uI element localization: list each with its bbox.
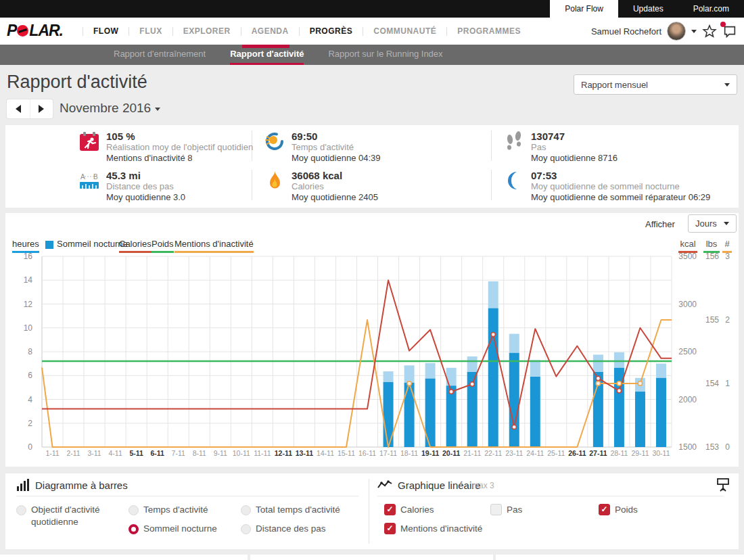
divider [491, 131, 492, 161]
right-axis-tick: 2 [725, 315, 730, 325]
x-axis-label: 22-11 [484, 449, 502, 457]
x-axis-label: 5-11 [129, 449, 143, 457]
sleep-bar-total[interactable] [614, 352, 624, 368]
data-point-marker[interactable] [470, 382, 474, 386]
checkbox-calories[interactable]: ✓ [384, 504, 396, 515]
user-menu-caret-icon[interactable] [691, 30, 697, 33]
checkbox-label-poids[interactable]: Poids [615, 504, 638, 516]
chevron-down-icon [724, 83, 730, 87]
report-type-select[interactable]: Rapport mensuel [574, 74, 737, 95]
data-point-marker[interactable] [596, 381, 600, 386]
user-name[interactable]: Samuel Rochefort [591, 26, 661, 37]
tab-rapport-entrainement[interactable]: Rapport d'entraînement [114, 45, 206, 65]
sleep-bar-total[interactable] [425, 363, 436, 379]
svg-text:A: A [80, 173, 85, 181]
radio-objectif-activite[interactable] [16, 505, 26, 515]
sleep-bar-restful[interactable] [635, 392, 645, 447]
nav-item-flux[interactable]: FLUX [129, 26, 172, 36]
bottom-section-segment [496, 555, 744, 560]
data-point-marker[interactable] [617, 381, 621, 386]
radio-label-total-temps[interactable]: Total temps d'activité [256, 504, 340, 516]
tab-rapport-running-index[interactable]: Rapport sur le Running Index [328, 45, 442, 65]
x-axis-label: 24-11 [526, 449, 544, 457]
tab-polar-flow[interactable]: Polar Flow [550, 0, 618, 18]
data-point-marker[interactable] [596, 376, 600, 380]
checkbox-label-calories[interactable]: Calories [400, 504, 434, 516]
sleep-bar-total[interactable] [530, 360, 540, 377]
nav-item-explorer[interactable]: EXPLORER [173, 26, 241, 36]
nav-item-agenda[interactable]: AGENDA [241, 26, 299, 36]
sleep-bar-restful[interactable] [656, 378, 666, 447]
nav-item-flow[interactable]: FLOW [83, 26, 129, 36]
nav-item-communaute[interactable]: COMMUNAUTÉ [363, 26, 446, 36]
data-point-marker[interactable] [407, 381, 411, 386]
tab-rapport-activite[interactable]: Rapport d'activité [230, 45, 304, 65]
sleep-bar-total[interactable] [593, 354, 603, 372]
export-chart-icon[interactable] [716, 477, 730, 495]
sleep-bar-total[interactable] [404, 365, 415, 383]
sleep-bar-total[interactable] [656, 364, 666, 378]
divider [491, 170, 492, 200]
data-point-marker[interactable] [491, 332, 495, 336]
radio-sommeil-nocturne[interactable] [129, 524, 139, 534]
x-axis-label: 28-11 [610, 449, 628, 457]
radio-label-temps[interactable]: Temps d'activité [143, 504, 208, 516]
polar-logo[interactable]: PLAR. [7, 22, 63, 40]
sleep-bar-total[interactable] [467, 356, 478, 372]
left-axis-tick: 2 [28, 419, 32, 428]
avatar[interactable] [667, 22, 686, 41]
sleep-bar-restful[interactable] [446, 386, 457, 447]
divider [369, 479, 369, 544]
x-axis-label: 16-11 [358, 449, 376, 457]
sleep-bar-total[interactable] [488, 281, 498, 308]
stat-value: 07:53 [531, 170, 710, 181]
sleep-bar-restful[interactable] [530, 377, 540, 447]
tab-updates[interactable]: Updates [618, 0, 678, 18]
checkbox-label-pas[interactable]: Pas [507, 504, 522, 516]
activity-chart-svg[interactable]: 0246810121416350030002500200015001561551… [5, 213, 739, 467]
sleep-bar-total[interactable] [509, 334, 519, 353]
checkbox-label-mentions[interactable]: Mentions d'inactivité [400, 523, 482, 535]
data-point-marker[interactable] [449, 390, 453, 394]
data-point-marker[interactable] [638, 381, 642, 386]
summary-stats-card: 105 % Réalisation moy de l'objectif quot… [5, 125, 739, 208]
checkbox-mentions[interactable]: ✓ [384, 523, 396, 534]
radio-label-sommeil[interactable]: Sommeil nocturne [143, 523, 217, 535]
nav-item-programmes[interactable]: PROGRAMMES [447, 26, 531, 36]
previous-month-button[interactable] [7, 99, 30, 118]
favorite-star-icon[interactable] [702, 24, 717, 39]
tab-polar-com[interactable]: Polar.com [678, 0, 744, 18]
radio-label-distance[interactable]: Distance des pas [256, 523, 326, 535]
svg-text:B: B [93, 173, 98, 181]
stat-sub: Moy quotidienne de sommeil réparateur 06… [531, 192, 710, 203]
next-month-button[interactable] [30, 99, 53, 118]
notifications-icon[interactable] [722, 24, 737, 39]
activity-chart-card: Afficher Jours heures Sommeil nocturne C… [5, 213, 739, 467]
left-axis-tick: 8 [28, 347, 32, 356]
right-axis-tick: 3 [725, 252, 730, 261]
x-axis-label: 4-11 [108, 449, 122, 457]
running-calendar-icon [78, 131, 100, 152]
bar-section-title: Diagramme à barres [35, 480, 128, 491]
left-axis-tick: 6 [28, 371, 32, 380]
stat-value: 130747 [531, 131, 618, 142]
nav-item-progres[interactable]: PROGRÈS [300, 26, 363, 36]
month-selector[interactable]: Novembre 2016 [60, 101, 160, 116]
radio-distance-pas[interactable] [241, 524, 251, 534]
checkbox-pas[interactable] [490, 504, 502, 515]
radio-label-objectif[interactable]: Objectif d'activité quotidienne [31, 504, 116, 528]
stat-label: Pas [531, 142, 618, 153]
sleep-bar-total[interactable] [383, 371, 394, 382]
chart-controls-card: Diagramme à barres Objectif d'activité q… [5, 473, 739, 549]
radio-temps-activite[interactable] [129, 505, 139, 515]
data-point-marker[interactable] [512, 425, 516, 429]
sleep-bar-restful[interactable] [509, 353, 519, 447]
x-axis-label: 19-11 [421, 449, 439, 457]
sleep-bar-restful[interactable] [488, 308, 498, 447]
data-point-marker[interactable] [617, 389, 621, 393]
line-max-label: max 3 [472, 481, 494, 490]
x-axis-label: 20-11 [442, 449, 460, 457]
checkbox-poids[interactable]: ✓ [599, 504, 610, 515]
radio-total-temps[interactable] [241, 505, 251, 515]
main-navbar: PLAR. FLOW FLUX EXPLORER AGENDA PROGRÈS … [0, 18, 744, 45]
